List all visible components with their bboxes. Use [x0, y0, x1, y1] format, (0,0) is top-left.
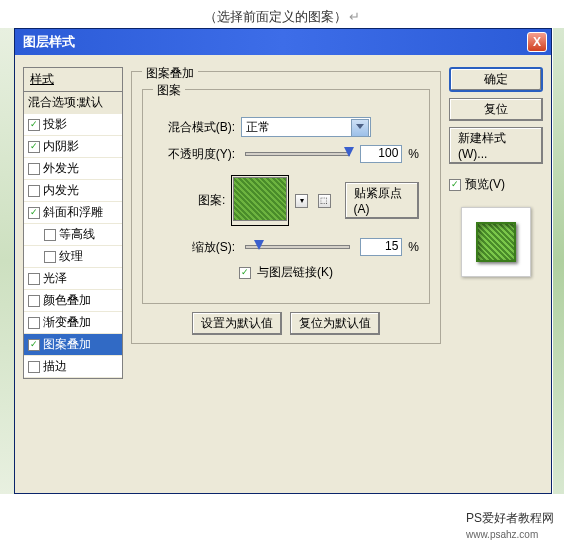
watermark-url: www.psahz.com: [466, 529, 538, 540]
layer-style-dialog: 图层样式 X 样式 混合选项:默认 投影 内阴影 外发光 内发光 斜面和浮雕 等…: [14, 28, 552, 494]
snap-origin-button[interactable]: 贴紧原点(A): [345, 182, 419, 219]
link-label: 与图层链接(K): [257, 264, 333, 281]
checkbox-icon[interactable]: [44, 251, 56, 263]
blend-mode-label: 混合模式(B):: [153, 119, 235, 136]
style-satin[interactable]: 光泽: [24, 268, 122, 290]
preview-swatch-icon: [476, 222, 516, 262]
bg-decoration-right: [553, 28, 564, 494]
pattern-row: 图案: ▾ ⬚ 贴紧原点(A): [153, 175, 419, 226]
style-inner-glow[interactable]: 内发光: [24, 180, 122, 202]
style-bevel[interactable]: 斜面和浮雕: [24, 202, 122, 224]
titlebar[interactable]: 图层样式 X: [15, 29, 551, 55]
styles-panel: 样式 混合选项:默认 投影 内阴影 外发光 内发光 斜面和浮雕 等高线 纹理 光…: [23, 67, 123, 481]
blend-options-row[interactable]: 混合选项:默认: [24, 92, 122, 114]
action-panel: 确定 复位 新建样式(W)... 预览(V): [449, 67, 543, 481]
checkbox-icon[interactable]: [28, 273, 40, 285]
style-label: 光泽: [43, 270, 67, 287]
new-pattern-button[interactable]: ⬚: [318, 194, 331, 208]
settings-panel: 图案叠加 图案 混合模式(B): 正常 不透明度(Y): 100 % 图案:: [131, 67, 441, 481]
watermark: PS爱好者教程网 www.psahz.com: [466, 510, 554, 541]
pattern-inner-group: 图案 混合模式(B): 正常 不透明度(Y): 100 % 图案: ▾: [142, 89, 430, 304]
scale-label: 缩放(S):: [153, 239, 235, 256]
preview-box: [461, 207, 531, 277]
checkbox-icon[interactable]: [28, 295, 40, 307]
preview-label: 预览(V): [465, 176, 505, 193]
cancel-button[interactable]: 复位: [449, 98, 543, 121]
checkbox-icon[interactable]: [28, 185, 40, 197]
style-label: 渐变叠加: [43, 314, 91, 331]
blend-mode-dropdown[interactable]: 正常: [241, 117, 371, 137]
pattern-preview-icon: [233, 177, 287, 221]
preview-toggle[interactable]: 预览(V): [449, 176, 543, 193]
opacity-unit: %: [408, 147, 419, 161]
blend-mode-row: 混合模式(B): 正常: [153, 117, 419, 137]
opacity-row: 不透明度(Y): 100 %: [153, 145, 419, 163]
pattern-label: 图案:: [153, 192, 225, 209]
style-label: 内发光: [43, 182, 79, 199]
style-pattern-overlay[interactable]: 图案叠加: [24, 334, 122, 356]
checkbox-icon[interactable]: [28, 163, 40, 175]
pattern-picker-button[interactable]: ▾: [295, 194, 308, 208]
preview-checkbox[interactable]: [449, 179, 461, 191]
chevron-down-icon: [356, 124, 364, 129]
set-default-button[interactable]: 设置为默认值: [192, 312, 282, 335]
ok-button[interactable]: 确定: [449, 67, 543, 92]
new-style-button[interactable]: 新建样式(W)...: [449, 127, 543, 164]
checkbox-icon[interactable]: [28, 141, 40, 153]
scale-input[interactable]: 15: [360, 238, 402, 256]
close-button[interactable]: X: [527, 32, 547, 52]
scale-slider[interactable]: [245, 245, 350, 249]
style-label: 斜面和浮雕: [43, 204, 103, 221]
checkbox-icon[interactable]: [28, 119, 40, 131]
dialog-title: 图层样式: [23, 33, 527, 51]
style-drop-shadow[interactable]: 投影: [24, 114, 122, 136]
style-label: 纹理: [59, 248, 83, 265]
style-label: 颜色叠加: [43, 292, 91, 309]
style-inner-shadow[interactable]: 内阴影: [24, 136, 122, 158]
style-stroke[interactable]: 描边: [24, 356, 122, 378]
checkbox-icon[interactable]: [28, 207, 40, 219]
style-label: 图案叠加: [43, 336, 91, 353]
checkbox-icon[interactable]: [28, 361, 40, 373]
checkbox-icon[interactable]: [28, 339, 40, 351]
opacity-input[interactable]: 100: [360, 145, 402, 163]
pattern-overlay-group: 图案叠加 图案 混合模式(B): 正常 不透明度(Y): 100 % 图案:: [131, 71, 441, 344]
style-outer-glow[interactable]: 外发光: [24, 158, 122, 180]
style-label: 外发光: [43, 160, 79, 177]
slider-thumb-icon[interactable]: [344, 147, 354, 157]
style-label: 描边: [43, 358, 67, 375]
link-row: 与图层链接(K): [153, 264, 419, 281]
group-legend: 图案叠加: [142, 65, 198, 82]
defaults-row: 设置为默认值 复位为默认值: [142, 312, 430, 335]
style-texture[interactable]: 纹理: [24, 246, 122, 268]
link-checkbox[interactable]: [239, 267, 251, 279]
style-gradient-overlay[interactable]: 渐变叠加: [24, 312, 122, 334]
checkbox-icon[interactable]: [28, 317, 40, 329]
watermark-text: PS爱好者教程网: [466, 511, 554, 525]
style-label: 等高线: [59, 226, 95, 243]
opacity-label: 不透明度(Y):: [153, 146, 235, 163]
style-list: 混合选项:默认 投影 内阴影 外发光 内发光 斜面和浮雕 等高线 纹理 光泽 颜…: [23, 91, 123, 379]
scale-row: 缩放(S): 15 %: [153, 238, 419, 256]
style-contour[interactable]: 等高线: [24, 224, 122, 246]
reset-default-button[interactable]: 复位为默认值: [290, 312, 380, 335]
dropdown-value: 正常: [246, 119, 270, 136]
styles-header[interactable]: 样式: [23, 67, 123, 91]
opacity-slider[interactable]: [245, 152, 350, 156]
bg-decoration-left: [0, 28, 14, 494]
style-color-overlay[interactable]: 颜色叠加: [24, 290, 122, 312]
style-label: 投影: [43, 116, 67, 133]
style-label: 内阴影: [43, 138, 79, 155]
scale-unit: %: [408, 240, 419, 254]
pattern-swatch[interactable]: [231, 175, 289, 226]
slider-thumb-icon[interactable]: [254, 240, 264, 250]
checkbox-icon[interactable]: [44, 229, 56, 241]
inner-legend: 图案: [153, 82, 185, 99]
